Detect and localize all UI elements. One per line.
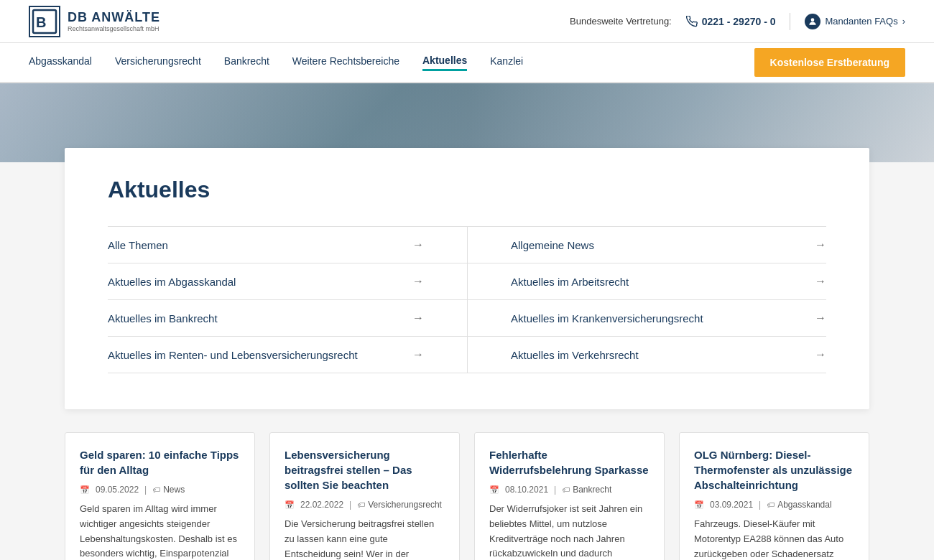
tag-icon: 🏷 bbox=[152, 485, 160, 494]
card-3-meta: 📅 08.10.2021 | 🏷 Bankrecht bbox=[489, 485, 649, 495]
arrow-icon: → bbox=[815, 312, 826, 325]
aktuelles-menu-grid: Alle Themen → Allgemeine News → Aktuelle… bbox=[108, 226, 826, 373]
logo[interactable]: B DB ANWÄLTE Rechtsanwaltsgesellschaft m… bbox=[29, 6, 160, 37]
arrow-icon: → bbox=[815, 238, 826, 251]
nav-links: Abgasskandal Versicherungsrecht Bankrech… bbox=[29, 55, 523, 71]
aktuelles-abgasskandal[interactable]: Aktuelles im Abgasskandal → bbox=[108, 263, 467, 300]
aktuelles-bankrecht[interactable]: Aktuelles im Bankrecht → bbox=[108, 300, 467, 337]
main-container: Aktuelles Alle Themen → Allgemeine News … bbox=[65, 148, 869, 409]
arrow-icon: → bbox=[412, 238, 424, 251]
calendar-icon: 📅 bbox=[489, 485, 499, 495]
card-2-title: Lebensversicherung beitragsfrei stellen … bbox=[285, 447, 445, 493]
aktuelles-allgemeine-news[interactable]: Allgemeine News → bbox=[467, 227, 826, 263]
vertical-divider bbox=[790, 13, 790, 30]
svg-point-2 bbox=[811, 18, 815, 22]
aktuelles-alle-themen[interactable]: Alle Themen → bbox=[108, 227, 467, 263]
card-3[interactable]: Fehlerhafte Widerrufsbelehrung Sparkasse… bbox=[474, 432, 665, 560]
news-cards-section: Geld sparen: 10 einfache Tipps für den A… bbox=[65, 432, 869, 560]
phone-area[interactable]: 0221 - 29270 - 0 bbox=[686, 16, 776, 27]
card-2-meta: 📅 22.02.2022 | 🏷 Versicherungsrecht bbox=[285, 500, 445, 510]
calendar-icon: 📅 bbox=[285, 500, 295, 510]
calendar-icon: 📅 bbox=[694, 500, 704, 510]
card-4-tag: 🏷 Abgasskandal bbox=[767, 500, 831, 510]
card-1-title: Geld sparen: 10 einfache Tipps für den A… bbox=[80, 447, 240, 477]
card-1[interactable]: Geld sparen: 10 einfache Tipps für den A… bbox=[65, 432, 255, 560]
aktuelles-krankenversicherungsrecht[interactable]: Aktuelles im Krankenversicherungsrecht → bbox=[467, 300, 826, 337]
card-2-tag: 🏷 Versicherungsrecht bbox=[357, 500, 442, 510]
card-1-date: 09.05.2022 bbox=[96, 485, 139, 495]
tag-icon: 🏷 bbox=[357, 500, 365, 509]
nav-bar: Abgasskandal Versicherungsrecht Bankrech… bbox=[0, 43, 934, 83]
card-3-title: Fehlerhafte Widerrufsbelehrung Sparkasse bbox=[489, 447, 649, 477]
card-4-date: 03.09.2021 bbox=[710, 500, 753, 510]
card-2-date: 22.02.2022 bbox=[300, 500, 343, 510]
calendar-icon: 📅 bbox=[80, 485, 90, 495]
top-bar: B DB ANWÄLTE Rechtsanwaltsgesellschaft m… bbox=[0, 0, 934, 43]
arrow-icon: → bbox=[815, 348, 826, 361]
card-3-tag: 🏷 Bankrecht bbox=[562, 485, 611, 495]
card-2-text: Die Versicherung beitragsfrei stellen zu… bbox=[285, 517, 445, 560]
tag-icon: 🏷 bbox=[767, 500, 775, 509]
card-1-meta: 📅 09.05.2022 | 🏷 News bbox=[80, 485, 240, 495]
nav-item-kanzlei[interactable]: Kanzlei bbox=[490, 55, 523, 70]
card-1-tag: 🏷 News bbox=[152, 485, 185, 495]
mandanten-faq-link[interactable]: Mandanten FAQs › bbox=[805, 14, 905, 29]
card-4-text: Fahrzeugs. Diesel-Käufer mit Motorentyp … bbox=[694, 517, 854, 560]
card-3-text: Der Widerrufsjoker ist seit Jahren ein b… bbox=[489, 502, 649, 560]
aktuelles-renten-lebensversicherungsrecht[interactable]: Aktuelles im Renten- und Lebensversicher… bbox=[108, 337, 467, 373]
nav-item-versicherungsrecht[interactable]: Versicherungsrecht bbox=[115, 55, 201, 70]
nav-item-bankrecht[interactable]: Bankrecht bbox=[224, 55, 269, 70]
nav-item-weitere[interactable]: Weitere Rechtsbereiche bbox=[292, 55, 399, 70]
aktuelles-verkehrsrecht[interactable]: Aktuelles im Verkehrsrecht → bbox=[467, 337, 826, 373]
nav-item-aktuelles[interactable]: Aktuelles bbox=[422, 55, 467, 71]
phone-icon bbox=[686, 16, 698, 27]
phone-number: 0221 - 29270 - 0 bbox=[702, 16, 776, 27]
arrow-icon: → bbox=[412, 348, 424, 361]
chevron-right-icon: › bbox=[902, 16, 905, 27]
card-1-text: Geld sparen im Alltag wird immer wichtig… bbox=[80, 502, 240, 560]
user-icon bbox=[805, 14, 820, 29]
card-3-date: 08.10.2021 bbox=[505, 485, 548, 495]
top-right: Bundesweite Vertretung: 0221 - 29270 - 0… bbox=[570, 13, 905, 30]
nav-item-abgasskandal[interactable]: Abgasskandal bbox=[29, 55, 92, 70]
arrow-icon: → bbox=[815, 275, 826, 288]
card-4[interactable]: OLG Nürnberg: Diesel-Thermofenster als u… bbox=[679, 432, 869, 560]
card-4-title: OLG Nürnberg: Diesel-Thermofenster als u… bbox=[694, 447, 854, 493]
logo-icon: B bbox=[29, 6, 60, 37]
logo-title: DB ANWÄLTE bbox=[68, 10, 160, 25]
cta-button[interactable]: Kostenlose Erstberatung bbox=[754, 48, 905, 77]
arrow-icon: → bbox=[412, 312, 424, 325]
arrow-icon: → bbox=[412, 275, 424, 288]
logo-text: DB ANWÄLTE Rechtsanwaltsgesellschaft mbH bbox=[68, 10, 160, 32]
card-2[interactable]: Lebensversicherung beitragsfrei stellen … bbox=[269, 432, 460, 560]
aktuelles-arbeitsrecht[interactable]: Aktuelles im Arbeitsrecht → bbox=[467, 263, 826, 300]
bundesweite-label: Bundesweite Vertretung: bbox=[570, 16, 672, 27]
tag-icon: 🏷 bbox=[562, 485, 570, 494]
page-title: Aktuelles bbox=[108, 177, 826, 203]
card-4-meta: 📅 03.09.2021 | 🏷 Abgasskandal bbox=[694, 500, 854, 510]
svg-text:B: B bbox=[36, 14, 46, 30]
logo-subtitle: Rechtsanwaltsgesellschaft mbH bbox=[68, 25, 160, 32]
